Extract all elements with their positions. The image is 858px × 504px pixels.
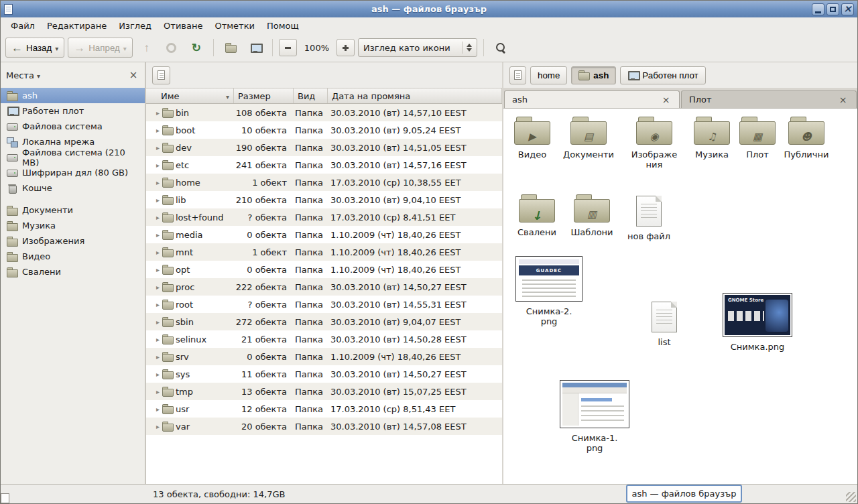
breadcrumb-home[interactable]: home <box>530 66 567 84</box>
expander-icon[interactable] <box>146 405 162 413</box>
expander-icon[interactable] <box>146 109 162 117</box>
tree-row[interactable]: media 0 обекта Папка 1.10.2009 (чт) 18,4… <box>146 226 502 243</box>
tree-row[interactable]: lost+found ? обекта Папка 17.03.2010 (ср… <box>146 208 502 226</box>
forward-button[interactable]: Напред <box>68 38 133 58</box>
expander-icon[interactable] <box>146 196 162 204</box>
minimize-button[interactable] <box>812 3 824 15</box>
breadcrumb-desktop[interactable]: Работен плот <box>620 66 705 84</box>
tree-row[interactable]: dev 190 обекта Папка 30.03.2010 (вт) 14,… <box>146 139 502 156</box>
sidebar-item[interactable]: Файлова система <box>1 119 145 134</box>
tree-row[interactable]: selinux 21 обекта Папка 30.03.2010 (вт) … <box>146 330 502 348</box>
expander-icon[interactable] <box>146 371 162 378</box>
pathbar-root-button[interactable] <box>152 66 170 84</box>
icon-canvas[interactable]: Видео Документи Изображения Музика Плот … <box>503 109 857 484</box>
sidebar-item[interactable]: Свалени <box>1 264 145 279</box>
close-tab-icon[interactable] <box>837 94 849 105</box>
expander-icon[interactable] <box>146 266 162 273</box>
sidebar-item[interactable]: Шифриран дял (80 GB) <box>1 165 145 180</box>
expander-icon[interactable] <box>146 214 162 221</box>
menu-item[interactable]: Помощ <box>261 19 305 33</box>
panel-corner-icon[interactable] <box>1 493 9 503</box>
reload-button[interactable] <box>186 38 207 58</box>
back-button[interactable]: Назад <box>5 38 64 58</box>
expander-icon[interactable] <box>146 318 162 326</box>
tree-row[interactable]: sbin 272 обекта Папка 30.03.2010 (вт) 9,… <box>146 313 502 330</box>
maximize-button[interactable] <box>826 3 839 15</box>
icon-pictures-folder[interactable]: Изображения <box>626 117 682 170</box>
sidebar-title[interactable]: Места <box>6 70 34 80</box>
tree-row[interactable]: var 20 обекта Папка 30.03.2010 (вт) 14,5… <box>146 418 502 435</box>
sidebar-item[interactable]: Изображения <box>1 233 145 249</box>
menu-item[interactable]: Отметки <box>208 19 260 33</box>
tree-row[interactable]: mnt 1 обект Папка 1.10.2009 (чт) 18,40,2… <box>146 243 502 261</box>
menu-item[interactable]: Файл <box>5 19 41 33</box>
search-button[interactable] <box>490 38 511 58</box>
up-button[interactable] <box>136 38 158 58</box>
expander-icon[interactable] <box>146 127 162 134</box>
expander-icon[interactable] <box>146 144 162 151</box>
expander-icon[interactable] <box>146 301 162 308</box>
sidebar-item[interactable]: Файлова система (210 MB) <box>1 149 145 165</box>
sidebar-item[interactable]: Работен плот <box>1 103 145 119</box>
column-header-name[interactable]: Име <box>146 88 234 103</box>
icon-snimka-2-png[interactable]: GUADEC Снимка-2.png <box>514 256 584 326</box>
tree-row[interactable]: srv 0 обекта Папка 1.10.2009 (чт) 18,40,… <box>146 348 502 365</box>
tab-ash[interactable]: ash <box>504 90 680 108</box>
sidebar-item[interactable]: Видео <box>1 249 145 264</box>
sidebar-item[interactable]: Документи <box>1 202 145 218</box>
pathbar-scroll-button[interactable] <box>509 66 526 84</box>
tree-row[interactable]: bin 108 обекта Папка 30.03.2010 (вт) 14,… <box>146 104 502 121</box>
column-header-date[interactable]: Дата на промяна <box>328 88 502 103</box>
expander-icon[interactable] <box>146 336 162 343</box>
tree-row[interactable]: etc 241 обекта Папка 30.03.2010 (вт) 14,… <box>146 156 502 174</box>
sidebar-item[interactable]: Кошче <box>1 180 145 196</box>
expander-icon[interactable] <box>146 179 162 186</box>
icon-snimka-1-png[interactable]: Снимка-1.png <box>560 380 629 453</box>
icon-new-file[interactable]: нов файл <box>621 196 677 241</box>
icon-documents-folder[interactable]: Документи <box>560 117 617 160</box>
icon-desktop-folder[interactable]: Плот <box>729 117 786 160</box>
expander-icon[interactable] <box>146 388 162 395</box>
menu-item[interactable]: Отиване <box>158 19 208 33</box>
tree-row[interactable]: sys 11 обекта Папка 30.03.2010 (вт) 14,5… <box>146 365 502 383</box>
menu-item[interactable]: Изглед <box>113 19 158 33</box>
icon-public-folder[interactable]: Публични <box>778 117 835 160</box>
chevron-down-icon[interactable] <box>37 70 40 80</box>
expander-icon[interactable] <box>146 249 162 256</box>
breadcrumb-ash[interactable]: ash <box>571 66 616 84</box>
tasklist-window-button[interactable]: ash — файлов браузър <box>626 485 742 503</box>
tree-row[interactable]: proc 222 обекта Папка 30.03.2010 (вт) 14… <box>146 278 502 296</box>
tree-row[interactable]: lib 210 обекта Папка 30.03.2010 (вт) 9,0… <box>146 191 502 208</box>
titlebar[interactable]: ash — файлов браузър <box>1 1 857 17</box>
tree-row[interactable]: root ? обекта Папка 30.03.2010 (вт) 14,5… <box>146 296 502 313</box>
zoom-out-button[interactable] <box>279 39 297 56</box>
tree-row[interactable]: boot 10 обекта Папка 30.03.2010 (вт) 9,0… <box>146 121 502 139</box>
expander-icon[interactable] <box>146 423 162 430</box>
home-button[interactable] <box>220 38 241 58</box>
expander-icon[interactable] <box>146 162 162 169</box>
column-header-size[interactable]: Размер <box>234 88 294 103</box>
sidebar-item[interactable]: Музика <box>1 218 145 233</box>
icon-snimka-png[interactable]: GNOME Store Снимка.png <box>723 293 792 352</box>
expander-icon[interactable] <box>146 353 162 361</box>
expander-icon[interactable] <box>146 231 162 239</box>
resize-grip[interactable] <box>846 492 856 502</box>
close-button[interactable] <box>841 3 854 15</box>
close-tab-icon[interactable] <box>660 94 672 105</box>
view-mode-select[interactable]: Изглед като икони <box>358 38 477 57</box>
icon-list-file[interactable]: list <box>636 302 692 347</box>
close-sidebar-button[interactable] <box>127 69 139 81</box>
icon-videos-folder[interactable]: Видео <box>504 117 560 160</box>
stop-button[interactable] <box>161 38 182 58</box>
tree-row[interactable]: home 1 обект Папка 17.03.2010 (ср) 10,38… <box>146 174 502 191</box>
zoom-in-button[interactable] <box>336 39 355 56</box>
icon-downloads-folder[interactable]: Свалени <box>509 194 565 237</box>
expander-icon[interactable] <box>146 284 162 291</box>
icon-templates-folder[interactable]: Шаблони <box>564 194 620 237</box>
computer-button[interactable] <box>245 38 266 58</box>
tree-row[interactable]: tmp 13 обекта Папка 30.03.2010 (вт) 15,0… <box>146 383 502 400</box>
menu-item[interactable]: Редактиране <box>41 19 113 33</box>
tree-row[interactable]: usr 12 обекта Папка 17.03.2010 (ср) 8,51… <box>146 400 502 418</box>
tree-row[interactable]: opt 0 обекта Папка 1.10.2009 (чт) 18,40,… <box>146 261 502 278</box>
column-header-type[interactable]: Вид <box>294 88 328 103</box>
